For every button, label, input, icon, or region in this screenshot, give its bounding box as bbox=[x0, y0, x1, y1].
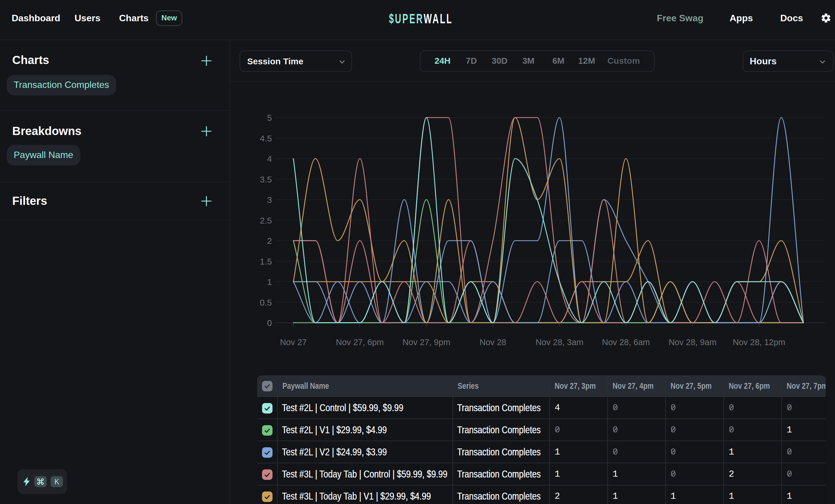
svg-text:Nov 27: Nov 27 bbox=[280, 338, 307, 347]
svg-text:2: 2 bbox=[267, 236, 272, 246]
svg-text:3.5: 3.5 bbox=[260, 174, 272, 184]
svg-text:Nov 28, 3am: Nov 28, 3am bbox=[535, 338, 583, 347]
svg-text:5: 5 bbox=[267, 113, 272, 123]
svg-text:Nov 28: Nov 28 bbox=[480, 338, 506, 347]
svg-text:2.5: 2.5 bbox=[260, 216, 272, 225]
svg-text:Nov 27, 9pm: Nov 27, 9pm bbox=[402, 338, 450, 347]
svg-text:4: 4 bbox=[267, 154, 272, 164]
svg-text:1.5: 1.5 bbox=[260, 257, 272, 266]
svg-text:0.5: 0.5 bbox=[260, 298, 272, 307]
svg-text:Nov 28, 6am: Nov 28, 6am bbox=[602, 338, 650, 347]
svg-text:4.5: 4.5 bbox=[260, 133, 272, 143]
svg-text:0: 0 bbox=[267, 318, 272, 328]
svg-text:1: 1 bbox=[267, 277, 272, 287]
svg-text:Nov 27, 6pm: Nov 27, 6pm bbox=[336, 338, 384, 347]
svg-text:Nov 28, 12pm: Nov 28, 12pm bbox=[733, 338, 786, 347]
svg-text:Nov 28, 9am: Nov 28, 9am bbox=[669, 338, 716, 347]
svg-text:3: 3 bbox=[267, 195, 272, 205]
